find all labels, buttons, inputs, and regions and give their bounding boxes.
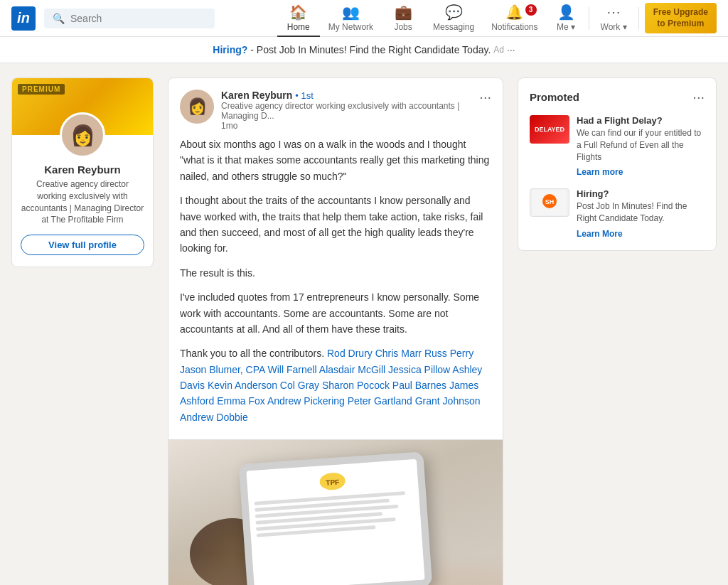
nav-notifications-label: Notifications: [491, 22, 537, 32]
post-time: 1mo: [221, 121, 472, 131]
post-subtitle: Creative agency director working exclusi…: [221, 101, 472, 121]
ad-banner: Hiring? - Post Job In Minutes! Find the …: [0, 37, 728, 63]
tablet-screen-content: TPF: [246, 459, 424, 585]
nav-item-me[interactable]: 👤 Me ▾: [547, 0, 586, 37]
premium-upgrade-button[interactable]: Free Upgrade to Premium: [645, 3, 717, 33]
nav-item-work[interactable]: ⋯ Work ▾: [592, 0, 636, 37]
post-paragraph-5: Thank you to all the contributors. Rod D…: [180, 345, 491, 425]
promoted-item-2-learn-more[interactable]: Learn More: [577, 229, 623, 239]
promoted-header: Promoted ···: [530, 90, 705, 104]
messaging-icon: 💬: [445, 4, 463, 21]
nav-item-network[interactable]: 👥 My Network: [320, 0, 382, 37]
nav-item-home[interactable]: 🏠 Home: [277, 0, 320, 37]
home-icon: 🏠: [289, 4, 307, 21]
promoted-item-1-body: Had a Flight Delay? We can find our if y…: [577, 115, 705, 177]
post-more-button[interactable]: ···: [479, 90, 491, 104]
main-feed: 👩 Karen Reyburn • 1st Creative agency di…: [168, 77, 503, 585]
left-sidebar: PREMIUM 👩 Karen Reyburn Creative agency …: [11, 77, 154, 585]
promoted-more-button[interactable]: ···: [692, 90, 705, 104]
ad-banner-link[interactable]: Hiring?: [213, 44, 247, 55]
navbar: in 🔍 🏠 Home 👥 My Network 💼 Jobs 💬 Messag…: [0, 0, 728, 37]
ad-banner-text: - Post Job In Minutes! Find the Right Ca…: [250, 44, 491, 55]
nav-item-notifications[interactable]: 🔔 3 Notifications: [483, 0, 546, 37]
premium-badge: PREMIUM: [18, 84, 65, 95]
me-icon: 👤: [557, 4, 575, 21]
tablet-device: TPF: [239, 451, 433, 585]
post-body: About six months ago I was on a walk in …: [168, 136, 503, 439]
post-header: 👩 Karen Reyburn • 1st Creative agency di…: [168, 78, 503, 136]
notifications-icon: 🔔: [505, 4, 523, 21]
notifications-badge: 3: [525, 4, 537, 16]
promoted-item-hiring: SH Hiring? Post Job In Minutes! Find the…: [530, 188, 705, 239]
nav-home-label: Home: [287, 22, 310, 32]
post-author-line: Karen Reyburn • 1st: [221, 90, 472, 101]
nav-divider: [589, 7, 589, 30]
right-sidebar: Promoted ··· DELAYED Had a Flight Delay?…: [518, 77, 717, 585]
post-paragraph-3: The result is this.: [180, 265, 491, 281]
promoted-item-1-learn-more[interactable]: Learn more: [577, 167, 623, 177]
post-connection-badge: • 1st: [295, 90, 314, 101]
svg-text:TPF: TPF: [326, 478, 340, 487]
search-icon: 🔍: [53, 13, 65, 24]
post-author-avatar[interactable]: 👩: [180, 90, 214, 124]
nav-work-label: Work ▾: [601, 22, 627, 32]
main-layout: PREMIUM 👩 Karen Reyburn Creative agency …: [0, 63, 728, 585]
jobs-icon: 💼: [395, 4, 412, 21]
nav-divider-2: [638, 7, 639, 30]
nav-items: 🏠 Home 👥 My Network 💼 Jobs 💬 Messaging 🔔…: [277, 0, 717, 37]
avatar: 👩: [60, 112, 105, 158]
network-icon: 👥: [342, 4, 360, 21]
search-input[interactable]: [70, 13, 206, 24]
ad-label: Ad: [493, 45, 504, 55]
post-author-name[interactable]: Karen Reyburn: [221, 90, 292, 101]
nav-item-messaging[interactable]: 💬 Messaging: [424, 0, 483, 37]
post-paragraph-2: I thought about the traits of the accoun…: [180, 193, 491, 257]
view-full-profile-button[interactable]: View full profile: [21, 235, 144, 255]
promoted-item-1-title: Had a Flight Delay?: [577, 115, 705, 126]
post-link-preview[interactable]: TPF: [168, 439, 503, 585]
profile-title: Creative agency director working exclusi…: [21, 178, 144, 226]
profile-card-body: Karen Reyburn Creative agency director w…: [12, 163, 153, 267]
profile-card: PREMIUM 👩 Karen Reyburn Creative agency …: [11, 77, 154, 267]
search-bar[interactable]: 🔍: [44, 9, 215, 28]
svg-text:SH: SH: [545, 198, 555, 205]
nav-network-label: My Network: [328, 22, 373, 32]
ad-more-icon[interactable]: ···: [507, 44, 515, 55]
promoted-thumb-hiring: SH: [530, 188, 569, 217]
post-paragraph-1: About six months ago I was on a walk in …: [180, 136, 491, 184]
promoted-title: Promoted: [530, 91, 579, 103]
profile-avatar-wrapper: 👩: [12, 112, 153, 158]
nav-me-label: Me ▾: [557, 22, 575, 32]
promoted-item-2-title: Hiring?: [577, 188, 705, 199]
post-meta: Karen Reyburn • 1st Creative agency dire…: [221, 90, 472, 131]
work-icon: ⋯: [606, 4, 621, 21]
post-paragraph-4: I've included quotes from 17 entrepreneu…: [180, 289, 491, 337]
promoted-item-2-body: Hiring? Post Job In Minutes! Find the Ri…: [577, 188, 705, 239]
post-link-image: TPF: [168, 440, 503, 585]
promoted-item-1-desc: We can find our if your entitled to a Fu…: [577, 127, 705, 163]
promoted-item-flight-delay: DELAYED Had a Flight Delay? We can find …: [530, 115, 705, 177]
promoted-item-2-desc: Post Job In Minutes! Find the Right Cand…: [577, 200, 705, 225]
promoted-card: Promoted ··· DELAYED Had a Flight Delay?…: [518, 77, 717, 251]
nav-jobs-label: Jobs: [394, 22, 412, 32]
post-card: 👩 Karen Reyburn • 1st Creative agency di…: [168, 77, 503, 585]
promoted-thumb-flight: DELAYED: [530, 115, 569, 144]
nav-item-jobs[interactable]: 💼 Jobs: [382, 0, 424, 37]
nav-messaging-label: Messaging: [433, 22, 474, 32]
profile-name: Karen Reyburn: [21, 163, 144, 176]
linkedin-logo[interactable]: in: [11, 6, 36, 31]
